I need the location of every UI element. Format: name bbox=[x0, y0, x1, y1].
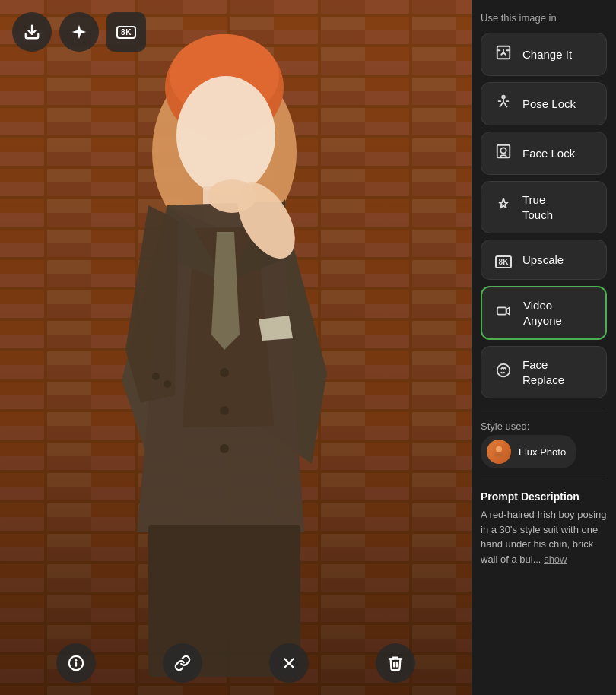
face-lock-label: Face Lock bbox=[522, 146, 575, 161]
right-panel: Use this image in Change It Pose Lock bbox=[472, 0, 616, 695]
face-lock-icon bbox=[494, 143, 513, 163]
prompt-section: Prompt Description A red-haired Irish bo… bbox=[481, 490, 607, 566]
face-replace-label: Face Replace bbox=[522, 357, 564, 387]
sparkle-icon bbox=[71, 24, 87, 40]
brick-background bbox=[0, 0, 472, 695]
svg-point-33 bbox=[152, 373, 160, 380]
trash-icon bbox=[387, 655, 404, 671]
change-it-label: Change It bbox=[522, 47, 572, 62]
image-panel: 8K bbox=[0, 0, 472, 695]
info-icon bbox=[68, 655, 84, 671]
svg-point-47 bbox=[496, 446, 502, 452]
style-avatar bbox=[487, 440, 511, 464]
face-replace-icon bbox=[494, 362, 513, 382]
upscale-icon: 8K bbox=[494, 251, 513, 268]
info-button[interactable] bbox=[56, 643, 96, 683]
svg-point-15 bbox=[176, 76, 275, 195]
change-it-icon bbox=[494, 44, 513, 65]
face-replace-button[interactable]: Face Replace bbox=[481, 346, 607, 398]
true-touch-button[interactable]: True Touch bbox=[481, 181, 607, 233]
upscale-button[interactable]: 8K Upscale bbox=[481, 240, 607, 280]
svg-point-34 bbox=[164, 380, 171, 388]
svg-rect-45 bbox=[497, 307, 506, 314]
svg-point-30 bbox=[220, 368, 229, 377]
svg-point-32 bbox=[220, 444, 229, 453]
enhance-button[interactable] bbox=[59, 12, 99, 52]
divider-1 bbox=[481, 408, 607, 408]
prompt-title: Prompt Description bbox=[481, 490, 607, 503]
change-it-button[interactable]: Change It bbox=[481, 33, 607, 76]
true-touch-icon bbox=[494, 197, 513, 217]
download-button[interactable] bbox=[12, 12, 52, 52]
face-lock-button[interactable]: Face Lock bbox=[481, 132, 607, 175]
video-anyone-button[interactable]: Video Anyone bbox=[481, 286, 607, 340]
style-section: Style used: Flux Photo bbox=[481, 420, 607, 468]
svg-point-27 bbox=[208, 179, 256, 213]
download-icon bbox=[24, 24, 40, 40]
svg-point-44 bbox=[500, 148, 506, 153]
link-button[interactable] bbox=[163, 643, 202, 683]
x-icon bbox=[281, 655, 297, 671]
delete-button[interactable] bbox=[376, 643, 415, 683]
true-touch-label: True Touch bbox=[522, 192, 553, 222]
main-image bbox=[0, 0, 472, 695]
prompt-text: A red-haired Irish boy posing in a 30's … bbox=[481, 507, 607, 566]
use-image-label: Use this image in bbox=[481, 12, 607, 24]
style-name: Flux Photo bbox=[519, 446, 566, 458]
bottom-toolbar bbox=[0, 643, 472, 683]
pose-lock-label: Pose Lock bbox=[522, 97, 576, 112]
upscale-badge-button[interactable]: 8K bbox=[106, 12, 146, 52]
top-toolbar: 8K bbox=[12, 12, 146, 52]
svg-point-31 bbox=[220, 406, 229, 415]
divider-2 bbox=[481, 478, 607, 478]
upscale-badge: 8K bbox=[116, 26, 136, 39]
link-icon bbox=[174, 655, 191, 671]
svg-point-46 bbox=[497, 364, 510, 377]
svg-marker-25 bbox=[259, 316, 293, 341]
style-label: Style used: bbox=[481, 420, 607, 432]
video-anyone-label: Video Anyone bbox=[523, 298, 562, 328]
upscale-label: Upscale bbox=[522, 252, 564, 268]
flux-photo-icon bbox=[491, 444, 506, 459]
pose-lock-button[interactable]: Pose Lock bbox=[481, 82, 607, 125]
close-x-button[interactable] bbox=[269, 643, 309, 683]
show-more-link[interactable]: show bbox=[544, 554, 567, 565]
style-used-row[interactable]: Flux Photo bbox=[481, 435, 576, 468]
video-anyone-icon bbox=[494, 303, 514, 323]
pose-lock-icon bbox=[494, 94, 513, 114]
